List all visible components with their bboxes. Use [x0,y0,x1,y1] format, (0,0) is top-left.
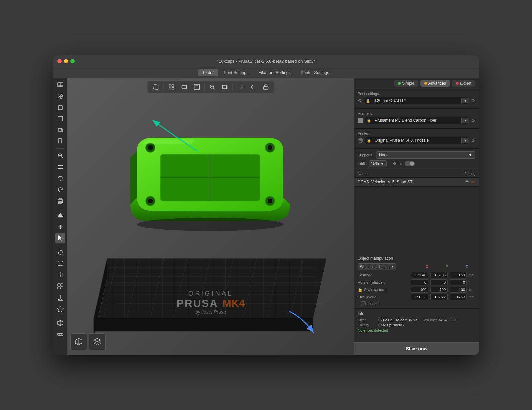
tab-print-settings[interactable]: Print Settings [219,69,253,76]
info-facets-value: 19920 (5 shells) [378,323,404,327]
toolbar-nav-up[interactable] [55,210,65,220]
object-list-row[interactable]: DGAS_Velocity...s_5_Short.STL 👁 ✏ [354,178,479,187]
rot-unit: ° [469,281,475,284]
printer-row: 🔒 ▼ ⚙ [358,137,475,144]
svg-rect-106 [359,141,362,143]
rot-x-input[interactable] [411,279,428,285]
vt-btn-8[interactable] [247,82,259,92]
vt-btn-3[interactable] [178,82,190,92]
scale-y-input[interactable] [430,287,448,293]
toolbar-settings[interactable] [55,162,65,172]
scale-row: 🔒 Scale factors: % [358,287,475,293]
vt-btn-7[interactable] [235,82,246,92]
rotate-label: Rotate (relative): [358,280,394,284]
minimize-button[interactable] [64,59,68,63]
inches-checkbox[interactable] [361,301,366,306]
print-settings-input[interactable] [372,97,461,104]
tab-printer-settings[interactable]: Printer Settings [296,69,333,76]
toolbar-add[interactable] [55,91,65,101]
mode-simple-btn[interactable]: Simple [394,80,418,87]
view-btn-3d[interactable] [70,333,87,350]
toolbar-arrange[interactable] [55,281,65,291]
viewport[interactable]: ORIGINAL PRUSA MK4 by Josef Prusa [67,78,354,355]
scale-z-input[interactable] [450,287,467,293]
coord-dropdown[interactable]: World coordinates ▼ [358,263,396,270]
branding-watermark: ORIGINAL PRUSA MK4 by Josef Prusa [176,290,245,315]
rot-y-input[interactable] [430,279,448,285]
advanced-dot [424,82,427,85]
toolbar-zoom[interactable] [55,151,65,161]
eye-icon[interactable]: 👁 [465,179,469,185]
rotate-row: Rotate (relative): ° [358,279,475,285]
edit-icon[interactable]: ✏ [471,179,475,185]
toolbar-3d-box[interactable] [55,318,65,328]
slice-now-button[interactable]: Slice now [354,342,479,355]
toolbar-slice[interactable] [55,114,65,124]
toolbar-scale[interactable] [55,259,65,269]
toolbar-seam[interactable] [55,304,65,314]
scale-x-input[interactable] [411,287,428,293]
rot-z-input[interactable] [450,279,467,285]
printer-dropdown[interactable]: ▼ [461,138,469,143]
toolbar-nav-lr[interactable] [55,222,65,232]
toolbar-undo[interactable] [55,173,65,183]
vt-btn-4[interactable] [191,82,202,92]
scale-lock-icon[interactable]: 🔒 [358,287,363,292]
vt-btn-9[interactable] [260,82,271,92]
right-panel: Simple Advanced Expert Print settings: ⚙ [354,78,479,355]
vt-btn-6[interactable] [219,82,230,92]
toolbar-redo[interactable] [55,185,65,195]
toolbar-print[interactable] [55,196,65,206]
filament-gear[interactable]: ⚙ [471,118,475,123]
svg-rect-20 [58,165,63,166]
close-button[interactable] [57,59,62,63]
printer-gear[interactable]: ⚙ [471,138,475,143]
filament-section: Filament: 🔒 ▼ ⚙ [354,109,479,129]
maximize-button[interactable] [70,59,75,63]
scale-unit: % [469,288,475,292]
tab-plater[interactable]: Plater [198,69,218,76]
print-settings-section: Print settings: ⚙ 🔒 ▼ ⚙ [354,89,479,109]
pos-x-input[interactable] [411,272,428,278]
pos-y-input[interactable] [430,272,448,278]
infill-label: Infill: [358,161,366,166]
mode-expert-btn[interactable]: Expert [452,80,475,87]
infill-dropdown[interactable]: 15% ▼ [369,160,387,167]
inches-label: Inches [368,302,378,306]
size-y-input[interactable] [430,294,448,300]
toolbar-select[interactable] [55,233,65,243]
svg-point-72 [267,145,273,150]
toolbar-copy[interactable] [55,125,65,135]
toolbar-view3d[interactable] [55,80,65,90]
toolbar-ruler[interactable] [55,329,65,339]
print-settings-gear[interactable]: ⚙ [471,98,475,103]
vt-btn-1[interactable] [150,82,161,92]
3d-object [110,111,310,246]
scale-label: Scale factors: [364,288,386,292]
print-gear-icon[interactable]: ⚙ [358,98,362,103]
size-x-input[interactable] [411,294,428,300]
print-settings-dropdown[interactable]: ▼ [461,98,469,103]
filament-dropdown[interactable]: ▼ [461,118,469,123]
printer-input[interactable] [373,137,461,144]
vt-btn-2[interactable] [166,82,177,92]
supports-dropdown[interactable]: None ▼ [376,151,475,159]
mode-advanced-btn[interactable]: Advanced [420,80,450,87]
brim-toggle[interactable] [405,161,415,166]
svg-marker-26 [58,213,63,217]
filament-input[interactable] [373,117,461,124]
size-z-input[interactable] [450,294,467,300]
toolbar-mirror[interactable] [55,270,65,280]
printer-icon [358,138,363,143]
toolbar-delete[interactable] [55,102,65,112]
view-btn-layers[interactable] [89,333,106,350]
tab-filament-settings[interactable]: Filament Settings [254,69,295,76]
info-volume-label: Volume: [424,318,437,322]
toolbar-rotate[interactable] [55,247,65,257]
vt-btn-5[interactable] [206,82,218,92]
toolbar-paste[interactable] [55,136,65,146]
toolbar-support[interactable] [55,293,65,303]
branding-prusa: PRUSA [176,297,218,309]
pos-z-input[interactable] [450,272,467,278]
svg-rect-22 [58,168,63,169]
